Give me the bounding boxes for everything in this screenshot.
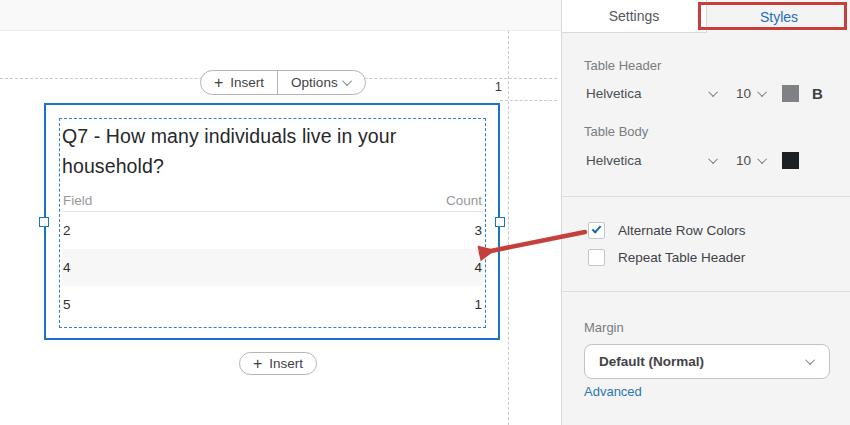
insert-button[interactable]: + Insert (201, 71, 277, 94)
chevron-down-icon[interactable] (757, 154, 767, 164)
section-divider (562, 291, 850, 292)
margin-select[interactable]: Default (Normal) (584, 344, 830, 379)
checkbox-label: Repeat Table Header (618, 250, 745, 265)
report-canvas: 1 + Insert Options Q7 - How many individ… (0, 0, 561, 425)
checkbox-repeat-table-header[interactable]: Repeat Table Header (588, 248, 745, 266)
table-header-font-row: Helvetica 10 B (584, 85, 834, 103)
chevron-down-icon[interactable] (708, 87, 718, 97)
insert-options-toolbar: + Insert Options (200, 70, 366, 95)
resize-handle-right[interactable] (495, 217, 505, 227)
field-cell: 4 (63, 260, 71, 275)
widget-table-body: 234451 (62, 212, 483, 323)
body-color-swatch[interactable] (782, 152, 799, 169)
table-row: 51 (62, 286, 483, 323)
count-cell: 4 (474, 260, 482, 275)
advanced-link[interactable]: Advanced (584, 384, 642, 399)
header-color-swatch[interactable] (782, 85, 799, 102)
table-body-font-row: Helvetica 10 (584, 152, 834, 170)
options-button-label: Options (291, 75, 338, 90)
chevron-down-icon (342, 76, 352, 86)
selected-table-widget[interactable]: Q7 - How many individuals live in your h… (44, 103, 500, 340)
unchecked-checkbox-icon[interactable] (588, 249, 605, 266)
font-family-select[interactable]: Helvetica (586, 86, 642, 101)
column-header-field: Field (63, 193, 92, 208)
field-cell: 5 (63, 297, 71, 312)
styles-panel: Settings Styles Table Header Helvetica 1… (561, 0, 850, 425)
tab-styles[interactable]: Styles (707, 0, 850, 33)
insert-button-label: Insert (230, 75, 264, 90)
bold-toggle[interactable]: B (812, 85, 823, 102)
margin-select-value: Default (Normal) (599, 354, 704, 369)
count-cell: 1 (474, 297, 482, 312)
insert-below-label: Insert (269, 356, 303, 371)
widget-title[interactable]: Q7 - How many individuals live in your h… (62, 121, 454, 181)
table-row: 23 (62, 212, 483, 249)
panel-tab-bar: Settings Styles (562, 0, 850, 33)
field-cell: 2 (63, 223, 71, 238)
chevron-down-icon[interactable] (708, 154, 718, 164)
widget-table: Field Count 234451 (62, 189, 483, 323)
tab-settings[interactable]: Settings (562, 0, 707, 33)
plus-icon: + (214, 75, 223, 91)
insert-below-button[interactable]: + Insert (240, 353, 316, 374)
chevron-down-icon (805, 355, 815, 365)
table-header-label: Table Header (584, 58, 661, 73)
section-divider (562, 196, 850, 197)
widget-top-guide (500, 100, 557, 101)
page-number: 1 (486, 79, 502, 94)
bottom-insert-pill: + Insert (239, 352, 317, 375)
widget-content-selection[interactable]: Q7 - How many individuals live in your h… (59, 118, 486, 328)
checked-checkbox-icon[interactable] (588, 222, 605, 239)
table-body-label: Table Body (584, 124, 648, 139)
canvas-top-strip (0, 0, 561, 31)
plus-icon: + (253, 356, 262, 372)
font-size-select[interactable]: 10 (736, 86, 751, 101)
font-family-select[interactable]: Helvetica (586, 153, 642, 168)
margin-label: Margin (584, 320, 624, 335)
options-button[interactable]: Options (278, 71, 365, 94)
resize-handle-left[interactable] (39, 217, 49, 227)
checkbox-alternate-row-colors[interactable]: Alternate Row Colors (588, 221, 746, 239)
table-row: 44 (62, 249, 483, 286)
checkbox-label: Alternate Row Colors (618, 223, 746, 238)
font-size-select[interactable]: 10 (736, 153, 751, 168)
table-header-row: Field Count (62, 189, 483, 212)
page-margin-guide-vertical (508, 31, 509, 425)
chevron-down-icon[interactable] (757, 87, 767, 97)
column-header-count: Count (446, 193, 482, 208)
count-cell: 3 (474, 223, 482, 238)
checkmark-icon (592, 223, 602, 233)
